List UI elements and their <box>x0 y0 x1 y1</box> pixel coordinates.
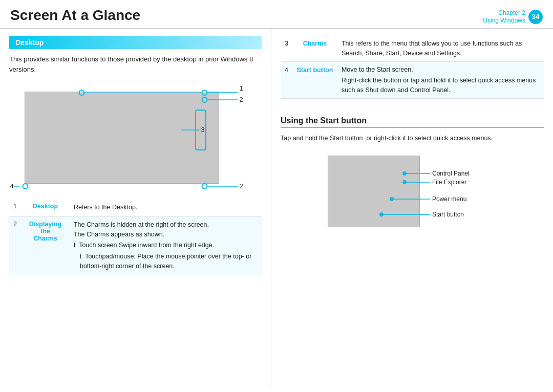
chapter-info: Chapter 2 Using Windows 34 <box>483 9 543 24</box>
row-num: 1 <box>9 199 21 216</box>
chapter-badge: 34 <box>528 10 543 24</box>
page-header: Screen At a Glance Chapter 2 Using Windo… <box>0 0 553 29</box>
table-row: 1 Desktop Refers to the Desktop. <box>9 199 262 216</box>
svg-point-16 <box>402 171 407 176</box>
row-num: 3 <box>281 36 292 61</box>
svg-point-8 <box>23 184 28 189</box>
svg-point-25 <box>379 212 384 216</box>
chapter-sub: Using Windows <box>483 17 525 24</box>
page-title: Screen At a Glance <box>10 7 140 24</box>
svg-text:4: 4 <box>10 182 14 190</box>
left-info-table: 1 Desktop Refers to the Desktop. 2 Displ… <box>9 199 262 275</box>
svg-text:Control Panel: Control Panel <box>432 170 470 177</box>
table-row: 2 Displaying theCharms The Charms is hid… <box>9 216 262 275</box>
desktop-scrollbar <box>195 110 206 150</box>
row-desc: Refers to the Desktop. <box>70 199 262 216</box>
desktop-diagram: 1 2 3 4 2 <box>9 81 262 199</box>
svg-point-22 <box>390 197 394 201</box>
svg-point-19 <box>402 180 407 184</box>
svg-text:2: 2 <box>240 182 243 190</box>
svg-text:File Explorer: File Explorer <box>432 179 466 186</box>
row-desc: The Charms is hidden at the right of the… <box>70 216 262 275</box>
row-term: Displaying theCharms <box>21 216 70 275</box>
desktop-screen-box <box>25 92 219 184</box>
intro-text: This provides similar functions to those… <box>9 54 262 74</box>
svg-text:2: 2 <box>240 96 243 103</box>
svg-text:1: 1 <box>240 84 243 92</box>
desktop-section-header: Desktop <box>9 36 262 49</box>
chapter-label: Chapter 2 <box>498 9 525 16</box>
section2-body: Tap and hold the Start button or right-c… <box>281 133 544 143</box>
row-desc: Move to the Start screen. Right-click th… <box>337 61 544 98</box>
left-column: Desktop This provides similar functions … <box>0 29 271 389</box>
row-num: 4 <box>281 61 292 98</box>
right-column: 3 Charms This refers to the menu that al… <box>271 29 553 389</box>
row-term: Charms <box>292 36 337 61</box>
svg-point-11 <box>202 184 207 189</box>
start-diagram: Control Panel File Explorer Power menu S… <box>317 150 507 232</box>
section2-title: Using the Start button <box>281 116 544 128</box>
table-row: 4 Start button Move to the Start screen.… <box>281 61 544 98</box>
row-term: Start button <box>292 61 337 98</box>
row-num: 2 <box>9 216 21 275</box>
svg-text:Start button: Start button <box>432 211 464 218</box>
row-term: Desktop <box>21 199 70 216</box>
main-content: Desktop This provides similar functions … <box>0 29 553 389</box>
start-svg: Control Panel File Explorer Power menu S… <box>317 150 507 232</box>
svg-text:Power menu: Power menu <box>432 195 466 203</box>
row-desc: This refers to the menu that allows you … <box>337 36 544 61</box>
table-row: 3 Charms This refers to the menu that al… <box>281 36 544 61</box>
right-info-table: 3 Charms This refers to the menu that al… <box>281 36 544 99</box>
